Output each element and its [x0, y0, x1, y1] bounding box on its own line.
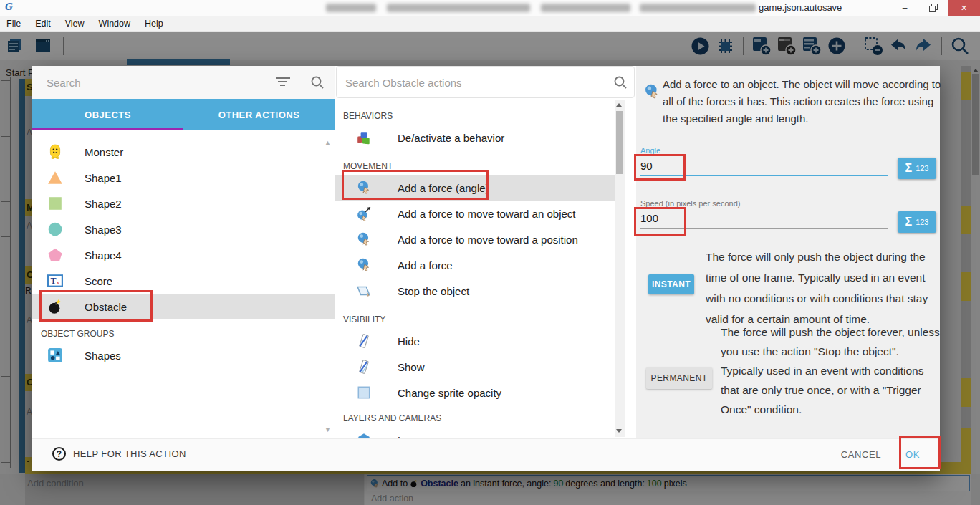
monster-icon	[47, 144, 63, 160]
tab-other-actions[interactable]: OTHER ACTIONS	[183, 99, 335, 130]
text-object-icon: Tx	[47, 273, 63, 289]
object-row-shape3[interactable]: Shape3	[32, 216, 335, 242]
search-icon[interactable]	[310, 75, 325, 90]
action-list-scrollbar[interactable]	[615, 100, 625, 437]
behavior-icon	[356, 130, 372, 145]
section-header-movement: MOVEMENT	[335, 158, 636, 175]
redacted-title-text	[541, 4, 630, 12]
action-search-bar	[336, 66, 635, 98]
redacted-title-text	[640, 4, 756, 12]
restore-button[interactable]	[919, 0, 948, 16]
action-row-hide[interactable]: Hide	[335, 328, 615, 354]
triangle-icon	[47, 170, 63, 186]
menu-file[interactable]: File	[6, 19, 21, 29]
minimize-button[interactable]: –	[890, 0, 919, 16]
ok-button[interactable]: OK	[905, 449, 920, 460]
svg-text:x: x	[57, 279, 60, 286]
menu-edit[interactable]: Edit	[35, 19, 51, 29]
instant-description: The force will only push the object duri…	[706, 246, 942, 330]
force-toward-position-icon	[356, 231, 372, 247]
object-group-icon	[47, 347, 63, 363]
dialog-footer: ? HELP FOR THIS ACTION CANCEL OK	[32, 438, 940, 471]
question-mark-icon: ?	[52, 447, 66, 461]
action-row-deactivate-behavior[interactable]: De/activate a behavior	[335, 125, 615, 150]
action-description: Add a force to an object. The object wil…	[663, 76, 943, 128]
action-row-force-toward-position[interactable]: Add a force to move toward a position	[335, 226, 615, 252]
close-button[interactable]: ✕	[948, 0, 980, 16]
object-row-monster[interactable]: Monster	[32, 139, 335, 165]
speed-input[interactable]	[640, 208, 888, 229]
filter-icon[interactable]	[276, 77, 290, 87]
object-row-shape4[interactable]: Shape4	[32, 242, 335, 268]
stop-object-icon	[356, 283, 372, 299]
cancel-button[interactable]: CANCEL	[841, 449, 881, 460]
scroll-up-icon[interactable]	[616, 103, 622, 107]
action-row-change-opacity[interactable]: Change sprite opacity	[335, 380, 615, 405]
help-button[interactable]: ? HELP FOR THIS ACTION	[52, 447, 186, 461]
action-search-input[interactable]	[345, 73, 582, 92]
object-row-obstacle[interactable]: Obstacle	[32, 294, 335, 319]
object-search-bar	[32, 66, 335, 99]
speed-expression-button[interactable]: Σ 123	[898, 211, 936, 233]
section-header-visibility: VISIBILITY	[335, 311, 636, 328]
scroll-up-icon[interactable]: ▲	[325, 139, 331, 146]
force-icon	[356, 257, 372, 273]
svg-text:T: T	[50, 276, 56, 286]
scroll-down-icon[interactable]: ▼	[325, 426, 331, 433]
force-toward-object-icon	[356, 206, 372, 221]
bomb-icon	[47, 299, 63, 314]
scroll-down-icon[interactable]	[616, 429, 622, 433]
sigma-icon: Σ	[905, 162, 913, 175]
object-list: Monster Shape1 Shape2 Shape3 Shape4	[32, 130, 335, 438]
action-row-stop-object[interactable]: Stop the object	[335, 278, 615, 304]
object-row-shape2[interactable]: Shape2	[32, 191, 335, 216]
action-selector-panel: BEHAVIORS De/activate a behavior MOVEMEN…	[335, 66, 636, 438]
action-editor-dialog: OBJECTS OTHER ACTIONS Monster Shape1 Sha…	[32, 66, 940, 471]
square-icon	[47, 196, 63, 211]
restore-icon	[929, 4, 938, 12]
menu-help[interactable]: Help	[145, 19, 163, 29]
scrollbar-thumb[interactable]	[616, 111, 623, 174]
menu-view[interactable]: View	[65, 19, 85, 29]
instant-button[interactable]: INSTANT	[648, 274, 694, 294]
permanent-button[interactable]: PERMANENT	[646, 367, 712, 389]
action-row-force-toward-object[interactable]: Add a force to move toward an object	[335, 201, 615, 226]
opacity-icon	[356, 385, 372, 400]
angle-input[interactable]	[640, 156, 888, 176]
section-header-layers: LAYERS AND CAMERAS	[335, 410, 636, 427]
hide-icon	[356, 333, 372, 349]
object-row-score[interactable]: Tx Score	[32, 268, 335, 294]
angle-expression-button[interactable]: Σ 123	[898, 158, 936, 179]
force-icon	[356, 180, 372, 196]
object-row-shape1[interactable]: Shape1	[32, 165, 335, 191]
window-title: game.json.autosave	[759, 2, 842, 13]
menu-bar: File Edit View Window Help	[0, 16, 980, 32]
angle-field-label: Angle	[640, 146, 660, 155]
gdevelop-window: Start P S A M A C Re A O A M Add conditi…	[0, 0, 980, 505]
title-bar: G game.json.autosave – ✕	[0, 0, 980, 16]
menu-window[interactable]: Window	[99, 19, 130, 29]
pentagon-icon	[47, 247, 63, 263]
object-tabs: OBJECTS OTHER ACTIONS	[32, 99, 335, 130]
circle-icon	[47, 221, 63, 237]
sigma-icon: Σ	[905, 216, 913, 229]
speed-field-label: Speed (in pixels per second)	[640, 199, 740, 208]
object-row-shapes-group[interactable]: Shapes	[32, 342, 335, 368]
action-row-show[interactable]: Show	[335, 354, 615, 380]
force-icon	[643, 83, 660, 100]
redacted-title-text	[387, 4, 530, 12]
show-icon	[356, 359, 372, 375]
action-row-layer[interactable]: Layer	[335, 427, 615, 438]
object-groups-header: OBJECT GROUPS	[32, 325, 335, 342]
redacted-title-text	[326, 4, 376, 12]
object-selector-panel: OBJECTS OTHER ACTIONS Monster Shape1 Sha…	[32, 66, 335, 438]
object-search-input[interactable]	[47, 73, 254, 92]
gdevelop-logo: G	[5, 1, 13, 13]
permanent-description: The force will push the object forever, …	[721, 322, 944, 419]
section-header-behaviors: BEHAVIORS	[335, 107, 636, 125]
action-row-add-force[interactable]: Add a force	[335, 252, 615, 278]
tab-objects[interactable]: OBJECTS	[32, 99, 183, 130]
action-row-add-force-angle[interactable]: Add a force (angle)	[335, 175, 615, 201]
search-icon[interactable]	[613, 75, 628, 90]
layer-icon	[356, 432, 372, 438]
